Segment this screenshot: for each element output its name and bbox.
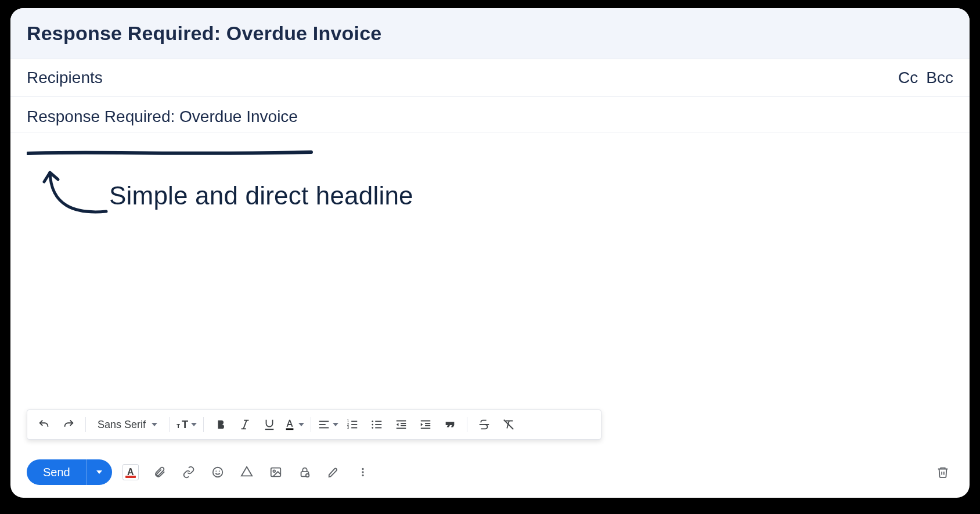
send-button[interactable]: Send bbox=[27, 459, 87, 485]
formatting-options-button[interactable]: A bbox=[120, 462, 141, 483]
message-body[interactable] bbox=[10, 132, 970, 382]
text-color-icon[interactable] bbox=[283, 415, 305, 434]
subject-input[interactable]: Response Required: Overdue Invoice bbox=[10, 97, 970, 132]
italic-icon[interactable] bbox=[234, 415, 256, 434]
insert-photo-icon[interactable] bbox=[265, 462, 286, 483]
svg-point-21 bbox=[372, 427, 373, 429]
svg-line-4 bbox=[243, 420, 247, 429]
underline-icon[interactable] bbox=[258, 415, 280, 434]
indent-less-icon[interactable] bbox=[390, 415, 412, 434]
chevron-down-icon bbox=[333, 423, 338, 426]
compose-window: Response Required: Overdue Invoice Recip… bbox=[10, 8, 970, 498]
numbered-list-icon[interactable]: 123 bbox=[341, 415, 363, 434]
font-family-label: Sans Serif bbox=[98, 419, 146, 431]
svg-point-34 bbox=[219, 470, 220, 472]
chevron-down-icon bbox=[191, 423, 197, 426]
svg-text:T: T bbox=[182, 418, 188, 430]
insert-link-icon[interactable] bbox=[178, 462, 199, 483]
align-icon[interactable] bbox=[317, 415, 339, 434]
indent-more-icon[interactable] bbox=[415, 415, 437, 434]
svg-point-36 bbox=[273, 470, 275, 472]
svg-point-38 bbox=[306, 474, 309, 477]
svg-rect-6 bbox=[286, 428, 294, 430]
cc-button[interactable]: Cc bbox=[898, 69, 918, 87]
svg-text:3: 3 bbox=[347, 425, 350, 429]
quote-icon[interactable] bbox=[439, 415, 461, 434]
svg-point-39 bbox=[362, 468, 363, 470]
annotation-text: Simple and direct headline bbox=[109, 181, 413, 210]
font-family-select[interactable]: Sans Serif bbox=[92, 419, 163, 431]
redo-icon[interactable] bbox=[57, 415, 80, 434]
chevron-down-icon bbox=[298, 423, 304, 426]
svg-point-19 bbox=[372, 420, 373, 422]
bold-icon[interactable] bbox=[210, 415, 232, 434]
compose-title: Response Required: Overdue Invoice bbox=[27, 22, 953, 45]
chevron-down-icon bbox=[152, 423, 157, 426]
svg-point-40 bbox=[362, 471, 363, 473]
strikethrough-icon[interactable] bbox=[473, 415, 495, 434]
svg-point-20 bbox=[372, 424, 373, 426]
recipients-label: Recipients bbox=[27, 69, 103, 87]
font-size-icon[interactable]: тT bbox=[175, 415, 197, 434]
formatting-toolbar: Sans Serif тT 123 bbox=[27, 409, 601, 440]
insert-signature-icon[interactable] bbox=[323, 462, 344, 483]
svg-point-33 bbox=[215, 470, 217, 472]
separator bbox=[85, 417, 86, 432]
svg-point-41 bbox=[362, 475, 363, 476]
insert-drive-icon[interactable] bbox=[236, 462, 257, 483]
svg-point-32 bbox=[212, 468, 222, 477]
separator bbox=[203, 417, 204, 432]
subject-value: Response Required: Overdue Invoice bbox=[27, 107, 298, 125]
attach-file-icon[interactable] bbox=[149, 462, 170, 483]
compose-action-bar: Send A bbox=[27, 459, 953, 485]
bcc-button[interactable]: Bcc bbox=[926, 69, 953, 87]
undo-icon[interactable] bbox=[33, 415, 55, 434]
bulleted-list-icon[interactable] bbox=[366, 415, 388, 434]
send-options-button[interactable] bbox=[87, 459, 112, 485]
insert-emoji-icon[interactable] bbox=[207, 462, 228, 483]
svg-text:т: т bbox=[176, 421, 180, 430]
compose-titlebar: Response Required: Overdue Invoice bbox=[10, 8, 970, 59]
separator bbox=[467, 417, 467, 432]
confidential-mode-icon[interactable] bbox=[294, 462, 315, 483]
separator bbox=[311, 417, 311, 432]
remove-formatting-icon[interactable] bbox=[498, 415, 520, 434]
discard-draft-icon[interactable] bbox=[932, 462, 953, 483]
separator bbox=[169, 417, 170, 432]
recipients-row[interactable]: Recipients Cc Bcc bbox=[10, 59, 970, 97]
chevron-down-icon bbox=[96, 470, 102, 474]
send-button-group: Send bbox=[27, 459, 112, 485]
more-options-icon[interactable] bbox=[352, 462, 373, 483]
